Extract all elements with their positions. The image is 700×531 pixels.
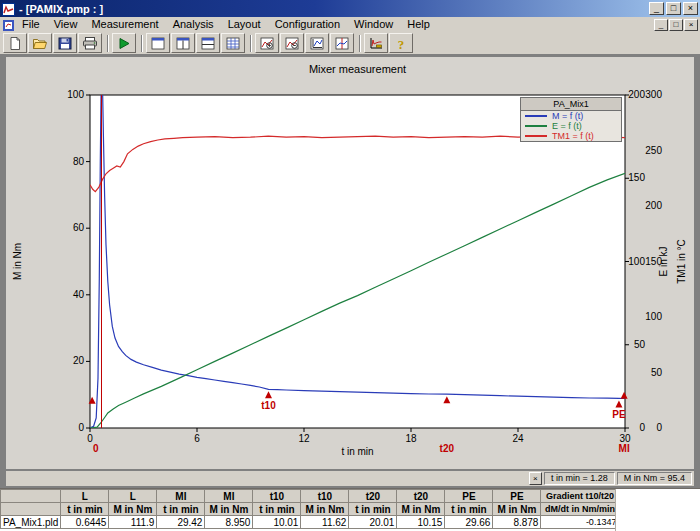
marker-label-0: 0 [93, 443, 99, 454]
minimize-button[interactable]: _ [649, 2, 664, 15]
start-measurement-button[interactable] [112, 33, 136, 53]
table-header-cell: PE [493, 490, 541, 503]
table-cell: 10.01 [253, 516, 301, 529]
table-cell: 8.950 [205, 516, 253, 529]
table-header-cell: t20 [397, 490, 445, 503]
layout-single-icon [150, 36, 166, 51]
save-icon [57, 36, 73, 51]
layout-table-button[interactable] [221, 33, 245, 53]
chart-scale-button[interactable] [305, 33, 329, 53]
open-file-button[interactable] [28, 33, 52, 53]
x-axis-title: t in min [341, 446, 373, 457]
print-button[interactable] [78, 33, 102, 53]
svg-text:?: ? [398, 36, 405, 51]
new-document-icon [7, 36, 23, 51]
table-cell: PA_Mix1.pld [1, 516, 61, 529]
chart-zoom-in-button[interactable] [255, 33, 279, 53]
start-measurement-icon [116, 36, 132, 51]
readout-close-button[interactable]: × [529, 472, 542, 485]
new-document-button[interactable] [3, 33, 27, 53]
y-right-tick-label: 100 [628, 256, 645, 267]
status-strip: × t in min = 1.28 M in Nm = 95.4 [6, 471, 694, 486]
chart-cursor-icon [334, 36, 350, 51]
legend-label: TM1 = f (t) [552, 131, 594, 141]
toolbar-separator [359, 35, 360, 52]
table-header-cell: L [61, 490, 109, 503]
layout-vertical-split-icon [175, 36, 191, 51]
table-cell: 0.6445 [61, 516, 109, 529]
table-header-cell: t in min [349, 503, 397, 516]
table-header-cell: Gradient t10/t20 [541, 490, 619, 503]
table-header-cell [1, 490, 61, 503]
marker-label-t10: t10 [261, 400, 276, 411]
table-cell: 29.66 [445, 516, 493, 529]
x-tick-label: 18 [405, 433, 417, 444]
mdi-restore-button[interactable]: □ [669, 19, 683, 31]
chart-legend: PA_Mix1 M = f (t)E = f (t)TM1 = f (t) [520, 97, 622, 142]
maximize-button[interactable]: □ [666, 2, 681, 15]
table-header-cell: t in min [157, 503, 205, 516]
open-file-icon [32, 36, 48, 51]
layout-single-button[interactable] [146, 33, 170, 53]
marker-label-t20: t20 [440, 443, 455, 454]
title-bar: - [PAMIX.pmp : ] _ □ × [0, 0, 700, 17]
help-button[interactable]: ? [389, 33, 413, 53]
menu-window[interactable]: Window [347, 17, 400, 32]
table-cell: 11.62 [301, 516, 349, 529]
menu-view[interactable]: View [47, 17, 85, 32]
evaluation-button[interactable] [364, 33, 388, 53]
client-area: 0612182430t in min020406080100M in Nm050… [0, 55, 700, 488]
table-header-cell: M in Nm [109, 503, 157, 516]
document-icon[interactable] [2, 18, 15, 31]
menu-configuration[interactable]: Configuration [268, 17, 347, 32]
menu-items: FileViewMeasurementAnalysisLayoutConfigu… [15, 17, 437, 32]
y-left-axis-title: M in Nm [12, 243, 23, 280]
layout-horizontal-split-button[interactable] [196, 33, 220, 53]
plot-area[interactable] [90, 95, 625, 428]
table-header-cell: M in Nm [493, 503, 541, 516]
menu-help[interactable]: Help [400, 17, 437, 32]
legend-title: PA_Mix1 [521, 98, 621, 111]
chart-zoom-out-button[interactable] [280, 33, 304, 53]
table-header-cell: dM/dt in Nm/min [541, 503, 619, 516]
menu-bar: FileViewMeasurementAnalysisLayoutConfigu… [0, 17, 700, 32]
table-row[interactable]: PA_Mix1.pld0.6445111.929.428.95010.0111.… [1, 516, 619, 529]
y-right-tick-label: 50 [634, 339, 646, 350]
chart-panel: 0612182430t in min020406080100M in Nm050… [6, 57, 694, 469]
chart-cursor-button[interactable] [330, 33, 354, 53]
chart-zoom-in-icon [259, 36, 275, 51]
y-right2-tick-label: 100 [645, 311, 662, 322]
menu-analysis[interactable]: Analysis [166, 17, 221, 32]
y-right2-axis-title: TM1 in °C [676, 239, 687, 284]
y-left-tick-label: 0 [78, 422, 84, 433]
y-right-tick-label: 0 [639, 422, 645, 433]
table-header-cell: t in min [445, 503, 493, 516]
app-icon [2, 2, 15, 15]
legend-line-sample [525, 115, 547, 117]
marker-label-MI: MI [619, 443, 630, 454]
y-left-tick-label: 100 [67, 89, 84, 100]
y-right2-tick-label: 250 [645, 145, 662, 156]
table-header-row-1: LLMIMIt10t10t20t20PEPEGradient t10/t20 [1, 490, 619, 503]
menu-file[interactable]: File [15, 17, 47, 32]
mdi-minimize-button[interactable]: _ [654, 19, 668, 31]
table-cell: 10.15 [397, 516, 445, 529]
chart-scale-icon [309, 36, 325, 51]
save-button[interactable] [53, 33, 77, 53]
table-header-cell: t20 [349, 490, 397, 503]
y-right-tick-label: 150 [628, 172, 645, 183]
toolbar-separator [107, 35, 108, 52]
menu-measurement[interactable]: Measurement [84, 17, 165, 32]
results-empty-panel [615, 489, 700, 531]
menu-layout[interactable]: Layout [221, 17, 268, 32]
window-title: - [PAMIX.pmp : ] [19, 3, 647, 15]
table-header-row-2: t in minM in Nmt in minM in Nmt in minM … [1, 503, 619, 516]
y-left-tick-label: 80 [73, 156, 85, 167]
x-tick-label: 6 [194, 433, 200, 444]
mdi-close-button[interactable]: × [684, 19, 698, 31]
close-button[interactable]: × [683, 2, 698, 15]
x-tick-label: 24 [512, 433, 524, 444]
table-header-cell: PE [445, 490, 493, 503]
layout-vertical-split-button[interactable] [171, 33, 195, 53]
legend-entry: TM1 = f (t) [521, 131, 621, 141]
